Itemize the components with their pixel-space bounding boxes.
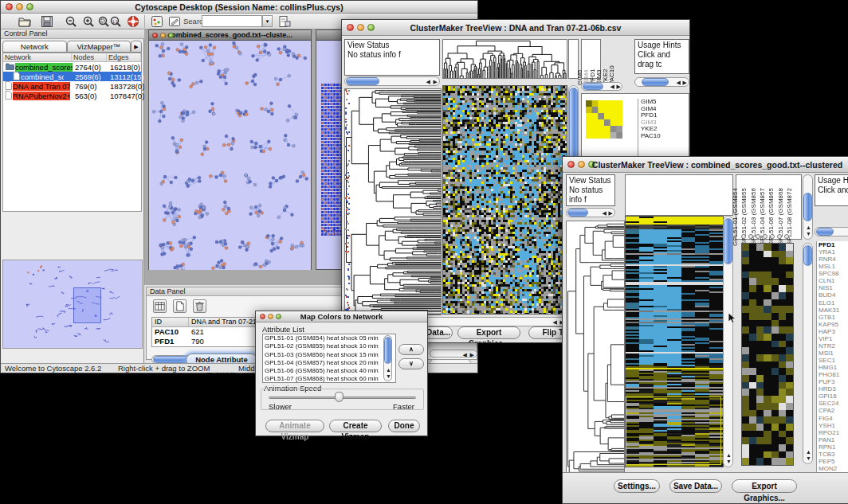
tv2-summary-vscrollbar[interactable]: ▲▼	[803, 243, 813, 464]
network-edges: 13112(15)	[110, 72, 144, 81]
open-file-icon[interactable]	[18, 15, 31, 28]
annotation-icon[interactable]	[168, 15, 181, 28]
create-vizmap-button[interactable]: Create Vizmap	[329, 420, 382, 432]
tv2-gene-tree[interactable]	[566, 221, 625, 474]
col-network[interactable]: Network	[3, 53, 72, 61]
tv2-titlebar[interactable]: ClusterMaker TreeView : combined_scores_…	[563, 157, 848, 173]
col-nodes[interactable]: Nodes	[72, 53, 107, 61]
animation-slider-thumb[interactable]	[335, 392, 344, 402]
tv2-gene-label: MSL1	[819, 263, 848, 270]
node-attributes-icon[interactable]	[151, 15, 163, 28]
frame1-close-button[interactable]	[152, 33, 158, 38]
network-edges: 16218(0)	[110, 63, 140, 72]
data-panel-scroll-fragment[interactable]: ◀▶	[430, 350, 477, 357]
zoom-actual-icon[interactable]: 1:1	[109, 15, 122, 28]
tv2-gene-label: GTB1	[819, 314, 848, 321]
network-row[interactable]: RNAPuberNov2+563(0)107847(0)	[3, 91, 141, 100]
attribute-item[interactable]: GPL51-07 (GSM868) heat shock 60 min	[263, 375, 395, 383]
network-nodes: 769(0)	[75, 82, 96, 91]
toolbar-separator	[144, 15, 145, 28]
attribute-item[interactable]: GPL51-03 (GSM856) heat shock 15 min	[263, 351, 395, 359]
main-window-title: Cytoscape Desktop (Session Name: collins…	[1, 2, 477, 12]
trash-icon[interactable]	[193, 299, 206, 313]
network-row[interactable]: combined_scores2764(0)16218(0)	[3, 62, 141, 72]
tv2-gene-label: PHO81	[819, 371, 848, 378]
tv2-gene-label: CPA2	[819, 407, 848, 414]
tv2-vscrollbar[interactable]: ▲▼	[723, 216, 733, 467]
network-view-1[interactable]	[149, 41, 311, 270]
attribute-item[interactable]: GPL51-04 (GSM857) heat shock 20 min	[263, 359, 395, 367]
doc-icon	[13, 72, 20, 82]
table-icon[interactable]	[153, 299, 167, 313]
zoom-out-icon[interactable]	[65, 15, 77, 28]
tab-network[interactable]: Network	[2, 41, 67, 53]
tv2-col-label-scrollbar[interactable]: ▲▼	[803, 174, 813, 240]
new-document-icon[interactable]	[173, 299, 186, 313]
done-button[interactable]: Done	[388, 420, 420, 432]
network-nodes: 563(0)	[75, 92, 96, 100]
tv2-export-graphics-button[interactable]: Export Graphics...	[732, 479, 797, 493]
frame1-titlebar[interactable]: combined_scores_good.txt--cluste...	[149, 30, 311, 41]
tv1-gene-tree[interactable]	[344, 88, 442, 315]
frame2-zoom-button[interactable]	[336, 33, 341, 38]
folder-icon	[6, 62, 14, 72]
tv2-col-labels: GPL51-01 (GSM854GPL51-02 (GSM855GPL51-03…	[736, 174, 802, 240]
network-name[interactable]: combined_sco	[21, 72, 64, 81]
control-panel: Network VizMapper™ ▶ Network Nodes Edges…	[1, 39, 144, 363]
dialog-title: Map Colors to Network	[256, 312, 427, 321]
move-down-button[interactable]: ∨	[398, 358, 424, 369]
tv2-gene-label: NIS1	[819, 284, 848, 291]
tv1-col-label-scrollbar[interactable]: ◀▶	[581, 82, 622, 91]
help-lifesaver-icon[interactable]	[127, 15, 139, 28]
animate-vizmap-button[interactable]: Animate Vizmap	[265, 420, 324, 432]
tv1-titlebar[interactable]: ClusterMaker TreeView : DNA and Tran 07-…	[342, 20, 689, 36]
tab-vizmapper[interactable]: VizMapper™	[67, 41, 132, 53]
attribute-item[interactable]: GPL51-06 (GSM865) heat shock 40 min	[263, 367, 395, 375]
tab-overflow-arrow[interactable]: ▶	[131, 41, 142, 53]
dialog-titlebar[interactable]: Map Colors to Network	[256, 311, 427, 322]
attr-list-vscrollbar[interactable]: ▲▼	[383, 335, 392, 381]
frame1-minimize-button[interactable]	[160, 33, 166, 38]
tv1-export-graphics-button[interactable]: Export Graphics...	[457, 326, 520, 339]
frame2-minimize-button[interactable]	[328, 33, 333, 38]
tv1-status-hscrollbar[interactable]: ◀▶	[344, 76, 440, 86]
network-name[interactable]: combined_scores	[15, 63, 73, 72]
dp-col-id[interactable]: ID	[152, 318, 189, 326]
main-titlebar[interactable]: Cytoscape Desktop (Session Name: collins…	[1, 1, 477, 14]
tv2-summary-heatmap[interactable]	[741, 243, 794, 466]
frame1-zoom-button[interactable]	[168, 33, 174, 38]
tv2-settings-button[interactable]: Settings...	[614, 479, 660, 493]
attribute-browser-icon[interactable]	[278, 15, 291, 28]
network-overview[interactable]	[2, 260, 143, 349]
tv2-gene-label: SPC98	[819, 270, 848, 277]
tv2-status-hscrollbar[interactable]: ◀▶	[566, 208, 615, 217]
search-input[interactable]	[202, 15, 262, 27]
faster-label: Faster	[393, 402, 414, 411]
frame2-close-button[interactable]	[320, 33, 325, 38]
tv2-save-data-button[interactable]: Save Data...	[669, 479, 722, 493]
tv1-usage-hscrollbar[interactable]: ◀▶	[634, 77, 689, 87]
attribute-list[interactable]: GPL51-01 (GSM854) heat shock 05 minGPL51…	[262, 334, 396, 383]
attribute-item[interactable]: GPL51-01 (GSM854) heat shock 05 min	[263, 334, 395, 342]
tv2-usage-hscrollbar[interactable]	[815, 227, 848, 236]
tv1-similarity-matrix[interactable]	[586, 100, 622, 139]
tv2-gene-label: SEC24	[819, 400, 848, 407]
network-row[interactable]: DNA and Tran 07769(0)183728(0)	[3, 81, 141, 91]
tv1-title: ClusterMaker TreeView : DNA and Tran 07-…	[342, 23, 689, 33]
network-edges: 107847(0)	[110, 92, 144, 100]
tv1-heatmap[interactable]	[442, 85, 567, 315]
tv2-gene-label: MAK31	[819, 307, 848, 314]
network-name[interactable]: RNAPuberNov2+	[13, 92, 70, 100]
network-row[interactable]: combined_sco2569(6)13112(15)	[3, 72, 141, 81]
search-dropdown-arrow[interactable]: ▼	[262, 15, 273, 27]
zoom-in-icon[interactable]	[82, 15, 95, 28]
zoom-selected-icon[interactable]	[97, 15, 110, 28]
svg-text:1:1: 1:1	[112, 19, 118, 24]
col-edges[interactable]: Edges	[107, 53, 141, 61]
tv1-array-tree[interactable]	[442, 39, 567, 79]
network-name[interactable]: DNA and Tran 07	[13, 82, 70, 91]
attribute-item[interactable]: GPL51-02 (GSM855) heat shock 10 min	[263, 342, 395, 350]
save-icon[interactable]	[41, 15, 53, 28]
network-frame-1: combined_scores_good.txt--cluste...	[148, 29, 312, 270]
move-up-button[interactable]: ∧	[398, 344, 424, 355]
